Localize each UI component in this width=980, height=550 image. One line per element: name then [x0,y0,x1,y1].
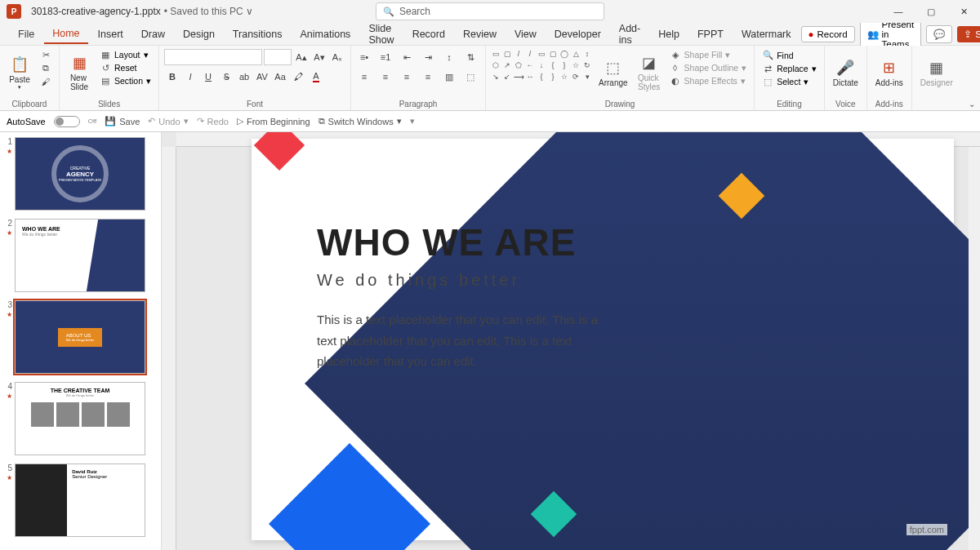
addins-button[interactable]: ⊞Add-ins [872,49,906,96]
comments-button[interactable]: 💬 [926,25,952,43]
slide-canvas[interactable]: WHO WE ARE We do things better This is a… [252,139,954,540]
columns-button[interactable]: ▥ [441,69,457,85]
tab-developer[interactable]: Developer [546,25,609,43]
tab-file[interactable]: File [10,25,42,43]
select-button[interactable]: ⬚Select ▾ [760,76,819,87]
maximize-button[interactable]: ▢ [915,0,947,23]
change-case-button[interactable]: Aa [272,69,288,85]
search-box[interactable]: 🔍 Search [376,2,604,20]
replace-icon: ⇄ [762,64,773,73]
font-color-button[interactable]: A [308,69,324,85]
app-icon: P [7,4,21,19]
undo-icon: ↶ [148,116,155,126]
shapes-gallery[interactable]: ▭▢//▭▢◯△↕ ⬡↗⬠←↓{}☆↻ ↘↙⟶↔{}☆⟳▾ [491,49,592,82]
tab-review[interactable]: Review [455,25,505,43]
paste-button[interactable]: 📋 Paste ▾ [5,49,34,96]
shape-fill-button[interactable]: ◈Shape Fill ▾ [667,49,750,60]
layout-button[interactable]: ▦Layout ▾ [97,49,154,60]
dictate-button[interactable]: 🎤Dictate [830,49,862,96]
switch-windows-button[interactable]: ⧉Switch Windows ▾ [318,116,402,126]
clear-format-icon[interactable]: Aₓ [329,49,345,65]
undo-button[interactable]: ↶Undo ▾ [148,116,188,126]
record-button[interactable]: ●Record [801,26,855,42]
strikethrough-button[interactable]: S̶ [218,69,234,85]
redo-button[interactable]: ↷Redo [197,116,229,126]
tab-fppt[interactable]: FPPT [689,25,732,43]
shadow-button[interactable]: ab [236,69,252,85]
indent-dec-button[interactable]: ⇤ [399,49,415,65]
tab-draw[interactable]: Draw [133,25,173,43]
font-family-select[interactable] [164,49,262,65]
autosave-toggle[interactable] [54,116,80,127]
decrease-font-icon[interactable]: A▾ [311,49,327,65]
quick-access-toolbar: AutoSave Off 💾Save ↶Undo ▾ ↷Redo ▷From B… [0,111,980,132]
slide-editor[interactable]: 6543210123456 WHO WE ARE We do things be… [162,132,980,550]
tab-view[interactable]: View [506,25,545,43]
tab-insert[interactable]: Insert [90,25,131,43]
thumbnail-5[interactable]: 5★ David RuizSenior Designer [3,464,158,537]
shape-effects-button[interactable]: ◐Shape Effects ▾ [667,75,750,86]
shape-outline-button[interactable]: ◊Shape Outline ▾ [667,62,750,73]
search-placeholder: Search [399,6,430,17]
section-icon: ▤ [100,76,111,86]
italic-button[interactable]: I [182,69,198,85]
increase-font-icon[interactable]: A▴ [293,49,310,65]
thumbnail-1[interactable]: 1★ CREATIVEAGENCYPRESENTATION TEMPLATE [3,137,158,211]
saved-status[interactable]: • Saved to this PC ∨ [164,6,253,17]
numbering-button[interactable]: ≡1 [377,49,394,65]
new-slide-button[interactable]: ▦ New Slide [65,49,94,96]
tab-watermark[interactable]: Watermark [733,25,800,43]
cut-button[interactable]: ✂ [38,49,54,60]
indent-inc-button[interactable]: ⇥ [420,49,436,65]
tab-animations[interactable]: Animations [292,25,359,43]
bold-button[interactable]: B [164,69,180,85]
thumbnail-3[interactable]: 3★ ABOUT USWe do things better [3,300,158,374]
arrange-button[interactable]: ⬚Arrange [595,49,631,96]
vertical-scrollbar[interactable] [969,147,980,550]
redo-icon: ↷ [197,116,204,126]
underline-button[interactable]: U [200,69,216,85]
tab-home[interactable]: Home [44,24,87,44]
window-controls: — ▢ ✕ [882,0,980,23]
save-button[interactable]: 💾Save [105,116,140,126]
align-right-button[interactable]: ≡ [399,69,415,85]
find-button[interactable]: 🔍Find [760,49,819,61]
addins-icon: ⊞ [883,59,895,77]
highlight-button[interactable]: 🖍 [290,69,306,85]
arrange-icon: ⬚ [606,59,620,77]
align-left-button[interactable]: ≡ [356,69,372,85]
smartart-button[interactable]: ⬚ [462,69,479,85]
line-spacing-button[interactable]: ↕ [441,49,457,65]
copy-button[interactable]: ⧉ [38,62,54,74]
align-center-button[interactable]: ≡ [377,69,394,85]
tab-record[interactable]: Record [404,25,453,43]
tab-help[interactable]: Help [650,25,688,43]
thumbnail-2[interactable]: 2★ WHO WE AREWe do things better [3,219,158,292]
bullets-button[interactable]: ≡• [356,49,372,65]
thumbnail-4[interactable]: 4★ THE CREATIVE TEAMWe do things better [3,382,158,455]
document-title[interactable]: 30183-creative-agency-1.pptx [31,6,161,17]
format-painter-button[interactable]: 🖌 [38,76,54,87]
spacing-button[interactable]: AV [254,69,270,85]
quick-styles-button[interactable]: ◪Quick Styles [635,49,664,96]
tab-slideshow[interactable]: Slide Show [360,20,402,49]
share-button[interactable]: ⇪Share▾ [957,26,980,42]
slide-title[interactable]: WHO WE ARE [317,220,603,264]
font-size-select[interactable] [264,49,292,65]
replace-button[interactable]: ⇄Replace ▾ [760,63,819,74]
section-button[interactable]: ▤Section ▾ [97,75,154,86]
justify-button[interactable]: ≡ [420,69,436,85]
slide-thumbnails-panel[interactable]: 1★ CREATIVEAGENCYPRESENTATION TEMPLATE 2… [0,132,162,550]
tab-design[interactable]: Design [175,25,223,43]
designer-button[interactable]: ▦Designer [917,49,956,96]
slide-subtitle[interactable]: We do things better [317,271,603,290]
from-beginning-button[interactable]: ▷From Beginning [237,116,310,126]
text-direction-button[interactable]: ⇅ [462,49,479,65]
ribbon-collapse-button[interactable]: ⌄ [969,100,975,109]
tab-addins[interactable]: Add-ins [611,20,648,49]
slide-body-text[interactable]: This is a text placeholder that you can … [317,309,603,372]
close-button[interactable]: ✕ [947,0,980,23]
tab-transitions[interactable]: Transitions [225,25,291,43]
reset-button[interactable]: ↺Reset [97,62,154,73]
minimize-button[interactable]: — [882,0,915,23]
